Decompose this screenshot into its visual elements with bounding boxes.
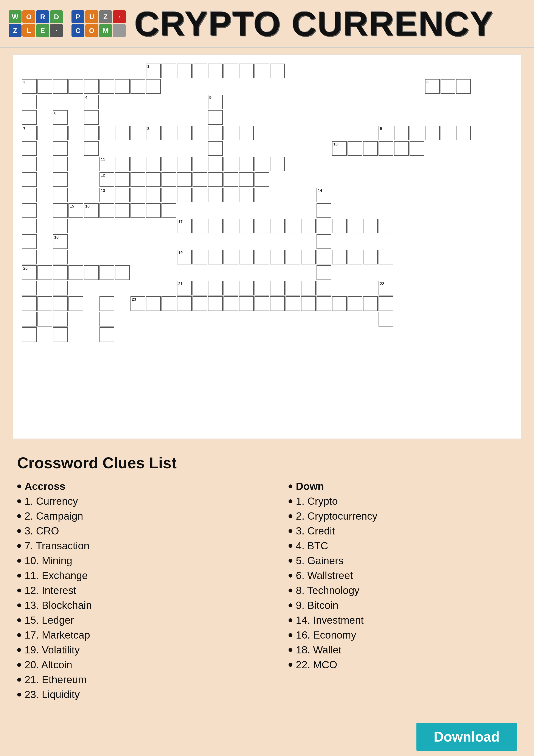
- cell[interactable]: [301, 219, 316, 233]
- cell[interactable]: [22, 172, 37, 187]
- cell[interactable]: [38, 126, 52, 140]
- cell[interactable]: 18: [53, 234, 67, 249]
- cell[interactable]: 13: [99, 188, 114, 202]
- cell[interactable]: [363, 219, 378, 233]
- cell[interactable]: [146, 157, 161, 171]
- cell[interactable]: 3: [425, 79, 440, 94]
- cell[interactable]: [270, 296, 285, 311]
- cell[interactable]: [22, 219, 37, 233]
- cell[interactable]: [239, 296, 254, 311]
- cell[interactable]: [208, 219, 223, 233]
- cell[interactable]: 17: [177, 219, 191, 233]
- cell[interactable]: [378, 312, 393, 327]
- cell[interactable]: [68, 265, 83, 280]
- cell[interactable]: [146, 203, 161, 218]
- cell[interactable]: [456, 79, 471, 94]
- cell[interactable]: [378, 296, 393, 311]
- cell[interactable]: [192, 250, 207, 264]
- cell[interactable]: 5: [208, 94, 223, 109]
- cell[interactable]: [177, 188, 191, 202]
- cell[interactable]: [84, 265, 99, 280]
- cell[interactable]: [162, 296, 176, 311]
- cell[interactable]: [378, 250, 393, 264]
- cell[interactable]: [177, 296, 191, 311]
- cell[interactable]: [53, 312, 67, 327]
- cell[interactable]: [317, 265, 331, 280]
- cell[interactable]: [22, 188, 37, 202]
- cell[interactable]: [38, 296, 52, 311]
- cell[interactable]: [208, 64, 223, 78]
- cell[interactable]: [99, 203, 114, 218]
- cell[interactable]: 21: [177, 281, 191, 295]
- cell[interactable]: [347, 296, 362, 311]
- cell[interactable]: [317, 296, 331, 311]
- cell[interactable]: [22, 110, 37, 125]
- cell[interactable]: [208, 188, 223, 202]
- cell[interactable]: [208, 172, 223, 187]
- cell[interactable]: [22, 141, 37, 156]
- cell[interactable]: [223, 188, 238, 202]
- cell[interactable]: [53, 188, 67, 202]
- cell[interactable]: [239, 157, 254, 171]
- cell[interactable]: [99, 126, 114, 140]
- cell[interactable]: [223, 296, 238, 311]
- cell[interactable]: [255, 219, 269, 233]
- cell[interactable]: 15: [68, 203, 83, 218]
- cell[interactable]: [146, 172, 161, 187]
- cell[interactable]: [192, 188, 207, 202]
- cell[interactable]: [131, 79, 145, 94]
- cell[interactable]: [192, 157, 207, 171]
- cell[interactable]: [146, 296, 161, 311]
- cell[interactable]: 9: [378, 126, 393, 140]
- cell[interactable]: [441, 79, 455, 94]
- cell[interactable]: [286, 281, 300, 295]
- cell[interactable]: 8: [146, 126, 161, 140]
- cell[interactable]: [22, 250, 37, 264]
- cell[interactable]: [223, 172, 238, 187]
- cell[interactable]: [192, 281, 207, 295]
- cell[interactable]: 11: [99, 157, 114, 171]
- cell[interactable]: [394, 126, 409, 140]
- cell[interactable]: [301, 296, 316, 311]
- cell[interactable]: [270, 219, 285, 233]
- cell[interactable]: [99, 265, 114, 280]
- cell[interactable]: [162, 172, 176, 187]
- cell[interactable]: [53, 203, 67, 218]
- cell[interactable]: [410, 126, 424, 140]
- cell[interactable]: 4: [84, 94, 99, 109]
- cell[interactable]: [239, 219, 254, 233]
- cell[interactable]: [53, 126, 67, 140]
- cell[interactable]: [192, 126, 207, 140]
- cell[interactable]: [162, 203, 176, 218]
- cell[interactable]: [99, 79, 114, 94]
- cell[interactable]: [68, 79, 83, 94]
- cell[interactable]: [223, 250, 238, 264]
- cell[interactable]: 12: [99, 172, 114, 187]
- cell[interactable]: 7: [22, 126, 37, 140]
- cell[interactable]: [115, 203, 130, 218]
- cell[interactable]: [317, 203, 331, 218]
- cell[interactable]: [146, 79, 161, 94]
- cell[interactable]: [131, 188, 145, 202]
- cell[interactable]: [53, 327, 67, 342]
- cell[interactable]: [410, 141, 424, 156]
- cell[interactable]: [363, 250, 378, 264]
- cell[interactable]: [68, 126, 83, 140]
- cell[interactable]: [223, 157, 238, 171]
- cell[interactable]: [223, 64, 238, 78]
- cell[interactable]: [286, 219, 300, 233]
- cell[interactable]: [208, 110, 223, 125]
- cell[interactable]: 20: [22, 265, 37, 280]
- download-button[interactable]: Download: [417, 723, 517, 751]
- cell[interactable]: [115, 126, 130, 140]
- cell[interactable]: [378, 219, 393, 233]
- cell[interactable]: [192, 219, 207, 233]
- cell[interactable]: [332, 250, 347, 264]
- cell[interactable]: [208, 141, 223, 156]
- cell[interactable]: [441, 126, 455, 140]
- cell[interactable]: 6: [53, 110, 67, 125]
- cell[interactable]: [22, 296, 37, 311]
- cell[interactable]: [192, 64, 207, 78]
- cell[interactable]: [239, 172, 254, 187]
- cell[interactable]: [22, 327, 37, 342]
